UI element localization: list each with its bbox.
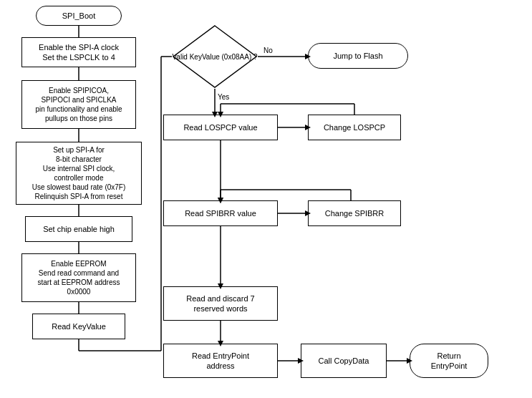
return-entrypoint-node: Return EntryPoint [410, 344, 488, 378]
valid-keyvalue-node: Valid KeyValue (0x08AA) ? [172, 24, 258, 89]
read-lospcp-node: Read LOSPCP value [163, 115, 278, 140]
enable-eeprom-label: Enable EEPROM Send read command and star… [37, 259, 120, 296]
change-spibrr-node: Change SPIBRR [308, 200, 401, 226]
read-spibrr-label: Read SPIBRR value [185, 208, 256, 218]
jump-to-flash-label: Jump to Flash [333, 51, 382, 61]
enable-clock-node: Enable the SPI-A clock Set the LSPCLK to… [21, 37, 136, 67]
enable-clock-label: Enable the SPI-A clock Set the LSPCLK to… [39, 42, 119, 63]
read-keyvalue-node: Read KeyValue [32, 314, 125, 339]
read-keyvalue-label: Read KeyValue [52, 321, 106, 331]
read-lospcp-label: Read LOSPCP value [183, 122, 257, 132]
no-label: No [263, 47, 273, 54]
setup-spi-label: Set up SPI-A for 8-bit character Use int… [32, 145, 126, 201]
read-entrypoint-node: Read EntryPoint address [163, 344, 278, 378]
flowchart: SPI_Boot Enable the SPI-A clock Set the … [0, 0, 532, 398]
change-spibrr-label: Change SPIBRR [325, 208, 385, 218]
spi-boot-node: SPI_Boot [36, 6, 122, 26]
read-reserved-label: Read and discard 7 reserved words [186, 293, 254, 314]
read-entrypoint-label: Read EntryPoint address [192, 351, 249, 372]
chip-enable-label: Set chip enable high [43, 224, 115, 234]
enable-eeprom-node: Enable EEPROM Send read command and star… [21, 253, 136, 302]
change-lospcp-label: Change LOSPCP [324, 122, 385, 132]
read-spibrr-node: Read SPIBRR value [163, 200, 278, 226]
yes-label: Yes [218, 93, 229, 101]
enable-pins-node: Enable SPIPICOA, SPIPOCI and SPICLKA pin… [21, 80, 136, 129]
setup-spi-node: Set up SPI-A for 8-bit character Use int… [16, 142, 142, 205]
change-lospcp-node: Change LOSPCP [308, 115, 401, 140]
read-reserved-node: Read and discard 7 reserved words [163, 286, 278, 321]
spi-boot-label: SPI_Boot [62, 11, 95, 21]
return-entrypoint-label: Return EntryPoint [431, 351, 468, 372]
jump-to-flash-node: Jump to Flash [308, 43, 408, 69]
call-copydata-node: Call CopyData [301, 344, 387, 378]
enable-pins-label: Enable SPIPICOA, SPIPOCI and SPICLKA pin… [35, 86, 122, 123]
chip-enable-node: Set chip enable high [25, 216, 132, 242]
valid-keyvalue-label: Valid KeyValue (0x08AA) ? [172, 52, 257, 62]
call-copydata-label: Call CopyData [319, 356, 369, 366]
